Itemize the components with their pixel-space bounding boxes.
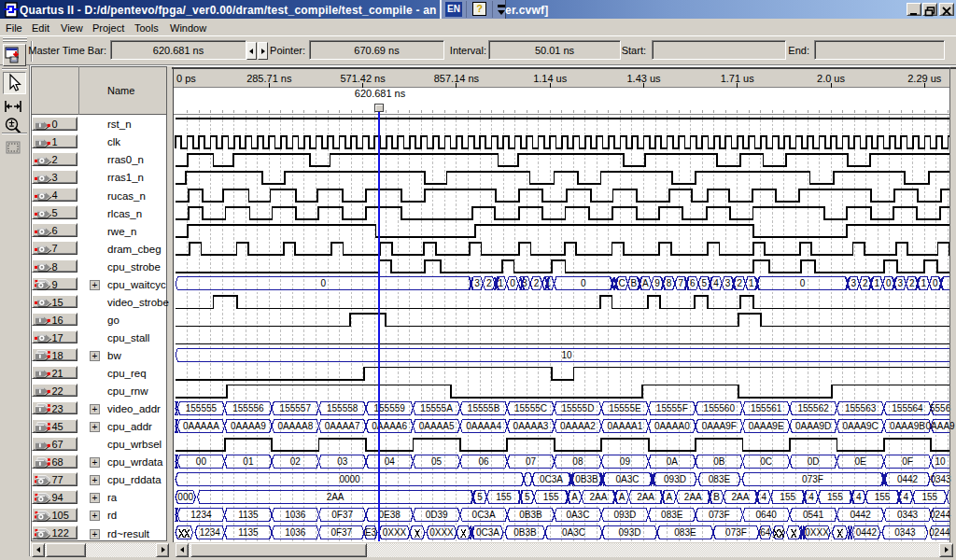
svg-text:0D39: 0D39 <box>426 510 448 520</box>
svg-text:0B3B: 0B3B <box>513 527 537 538</box>
svg-text:0E: 0E <box>854 456 866 467</box>
svg-text:5: 5 <box>477 492 483 502</box>
svg-text:5: 5 <box>525 492 530 502</box>
svg-text:155: 155 <box>543 492 559 502</box>
svg-text:03: 03 <box>337 456 348 467</box>
svg-text:0D: 0D <box>808 456 820 467</box>
svg-text:A: A <box>571 492 578 502</box>
svg-text:4: 4 <box>904 492 909 502</box>
svg-text:0B3B: 0B3B <box>519 510 542 520</box>
svg-text:0AAAA7: 0AAAA7 <box>325 421 360 431</box>
svg-text:4: 4 <box>762 492 767 502</box>
svg-text:0: 0 <box>510 278 515 288</box>
svg-text:3: 3 <box>474 278 480 288</box>
svg-text:155: 155 <box>875 492 891 502</box>
svg-text:1.14 us: 1.14 us <box>533 73 568 84</box>
svg-text:285.71 ns: 285.71 ns <box>246 73 292 84</box>
svg-text:B: B <box>630 278 637 288</box>
svg-text:073F: 073F <box>709 510 730 520</box>
svg-text:00: 00 <box>196 456 207 467</box>
svg-text:07: 07 <box>526 456 537 467</box>
svg-text:2: 2 <box>737 278 742 288</box>
svg-text:4: 4 <box>808 492 814 502</box>
svg-text:0AAA9F: 0AAA9F <box>702 421 737 431</box>
svg-text:073F: 073F <box>802 474 823 484</box>
svg-text:0000: 0000 <box>339 474 360 484</box>
svg-text:083E: 083E <box>674 527 696 538</box>
svg-text:0343: 0343 <box>894 527 916 538</box>
svg-text:05: 05 <box>431 456 443 467</box>
svg-text:0B3B: 0B3B <box>575 474 598 484</box>
svg-text:0AAA9: 0AAA9 <box>926 421 956 431</box>
svg-text:04: 04 <box>385 456 396 467</box>
svg-text:10: 10 <box>935 456 947 467</box>
svg-text:0AAA9E: 0AAA9E <box>749 421 784 431</box>
svg-text:3: 3 <box>851 278 856 288</box>
svg-text:0F37: 0F37 <box>331 510 353 520</box>
svg-text:9: 9 <box>654 278 660 288</box>
svg-text:0244: 0244 <box>929 527 950 538</box>
svg-text:571.42 ns: 571.42 ns <box>340 73 386 84</box>
svg-text:093D: 093D <box>664 474 686 484</box>
svg-text:155555: 155555 <box>186 403 218 413</box>
svg-text:0AAAA5: 0AAAA5 <box>419 421 455 431</box>
svg-text:0: 0 <box>886 278 892 288</box>
svg-text:1: 1 <box>921 278 926 288</box>
svg-text:0343: 0343 <box>930 474 951 484</box>
svg-text:0640: 0640 <box>756 510 778 520</box>
svg-text:2AA: 2AA <box>637 492 654 502</box>
svg-text:0244: 0244 <box>930 510 951 520</box>
svg-text:A: A <box>642 278 649 288</box>
svg-text:0A: 0A <box>667 456 679 467</box>
svg-text:0AAA9B: 0AAA9B <box>890 421 925 431</box>
svg-text:155562: 155562 <box>797 403 829 413</box>
svg-text:0AAAA9: 0AAAA9 <box>231 421 266 431</box>
svg-text:083E: 083E <box>709 474 731 484</box>
svg-text:1.43 us: 1.43 us <box>626 73 661 84</box>
svg-text:2: 2 <box>534 278 540 288</box>
svg-text:073F: 073F <box>725 527 747 538</box>
svg-text:15555D: 15555D <box>561 403 594 413</box>
svg-text:0XXX: 0XXX <box>805 527 829 538</box>
svg-text:0: 0 <box>321 278 327 288</box>
svg-text:155558: 155558 <box>327 403 358 413</box>
svg-text:000: 000 <box>177 492 193 502</box>
svg-text:0XXX: 0XXX <box>429 527 454 538</box>
svg-text:15555B: 15555B <box>468 403 500 413</box>
svg-text:02: 02 <box>290 456 302 467</box>
svg-text:A: A <box>619 492 626 502</box>
svg-text:1135: 1135 <box>238 527 259 538</box>
svg-text:0AAAA1: 0AAAA1 <box>607 421 642 431</box>
svg-text:155: 155 <box>496 492 512 502</box>
svg-text:1234: 1234 <box>190 510 212 520</box>
svg-text:6: 6 <box>690 278 696 288</box>
svg-text:B: B <box>713 492 720 502</box>
svg-text:0541: 0541 <box>803 510 824 520</box>
svg-text:10: 10 <box>561 350 572 360</box>
svg-text:0AAAAA: 0AAAAA <box>183 421 219 431</box>
svg-text:0442: 0442 <box>850 510 871 520</box>
svg-text:0A3C: 0A3C <box>615 474 639 484</box>
svg-text:0 ps: 0 ps <box>176 73 196 84</box>
svg-text:8: 8 <box>667 278 672 288</box>
svg-text:0AAAA4: 0AAAA4 <box>466 421 501 431</box>
svg-text:5: 5 <box>702 278 708 288</box>
svg-text:1.71 us: 1.71 us <box>721 73 755 84</box>
svg-text:0F37: 0F37 <box>330 527 352 538</box>
svg-text:A: A <box>667 492 673 502</box>
svg-text:0B: 0B <box>713 456 725 467</box>
svg-text:7: 7 <box>678 278 683 288</box>
svg-text:0C3A: 0C3A <box>476 527 499 538</box>
svg-text:0343: 0343 <box>897 510 919 520</box>
svg-text:2.0 us: 2.0 us <box>817 73 845 84</box>
svg-text:155: 155 <box>780 492 795 502</box>
svg-text:E3: E3 <box>365 527 377 538</box>
svg-text:2: 2 <box>863 278 868 288</box>
svg-text:0: 0 <box>800 278 806 288</box>
svg-text:155557: 155557 <box>280 403 312 413</box>
svg-text:3: 3 <box>897 278 903 288</box>
svg-text:0: 0 <box>581 278 586 288</box>
svg-text:857.14 ns: 857.14 ns <box>434 73 480 84</box>
svg-text:0C: 0C <box>760 456 772 467</box>
svg-text:0AAAA3: 0AAAA3 <box>513 421 549 431</box>
